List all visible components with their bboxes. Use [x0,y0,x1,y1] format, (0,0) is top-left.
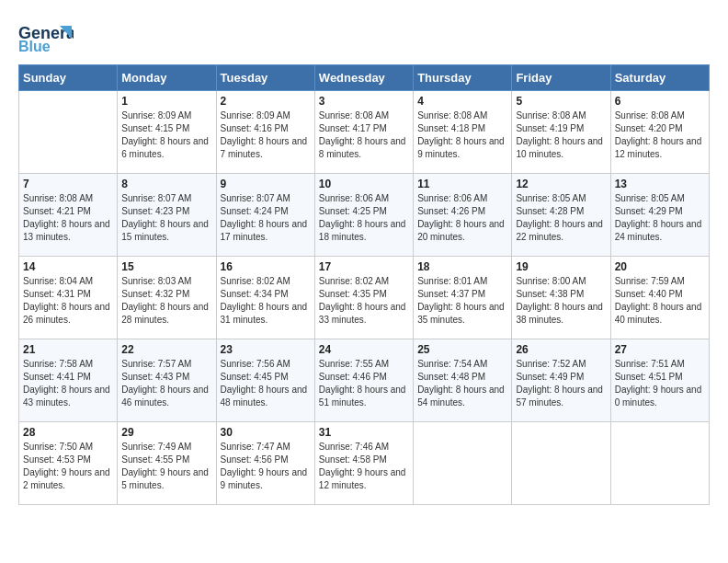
weekday-header-monday: Monday [118,65,216,91]
calendar-cell: 11Sunrise: 8:06 AMSunset: 4:26 PMDayligh… [414,174,512,257]
calendar-cell: 15Sunrise: 8:03 AMSunset: 4:32 PMDayligh… [118,257,216,339]
weekday-header-wednesday: Wednesday [314,65,413,91]
weekday-header-thursday: Thursday [414,65,512,91]
logo: General Blue [18,18,74,55]
day-number: 26 [516,343,606,356]
calendar-cell: 20Sunrise: 7:59 AMSunset: 4:40 PMDayligh… [610,257,709,339]
logo-icon: General Blue [18,18,74,55]
day-info: Sunrise: 7:57 AMSunset: 4:43 PMDaylight:… [121,358,211,409]
calendar-cell: 13Sunrise: 8:05 AMSunset: 4:29 PMDayligh… [610,174,709,257]
day-info: Sunrise: 8:07 AMSunset: 4:24 PMDaylight:… [221,192,311,244]
day-info: Sunrise: 8:02 AMSunset: 4:35 PMDaylight:… [319,275,409,327]
day-info: Sunrise: 8:08 AMSunset: 4:17 PMDaylight:… [319,109,409,161]
day-info: Sunrise: 7:51 AMSunset: 4:51 PMDaylight:… [615,358,705,409]
calendar-cell: 6Sunrise: 8:08 AMSunset: 4:20 PMDaylight… [610,91,709,174]
calendar-cell: 21Sunrise: 7:58 AMSunset: 4:41 PMDayligh… [19,339,118,422]
calendar-cell [512,422,610,505]
day-number: 10 [319,178,409,190]
page-header: General Blue [18,18,710,55]
calendar-cell: 24Sunrise: 7:55 AMSunset: 4:46 PMDayligh… [314,339,413,422]
day-info: Sunrise: 7:56 AMSunset: 4:45 PMDaylight:… [221,358,311,409]
week-row-4: 21Sunrise: 7:58 AMSunset: 4:41 PMDayligh… [19,339,710,422]
calendar-cell: 10Sunrise: 8:06 AMSunset: 4:25 PMDayligh… [314,174,413,257]
day-info: Sunrise: 8:08 AMSunset: 4:18 PMDaylight:… [417,109,507,161]
calendar-cell: 2Sunrise: 8:09 AMSunset: 4:16 PMDaylight… [216,91,314,174]
calendar-cell [610,422,709,505]
day-number: 4 [417,95,507,108]
day-number: 19 [516,260,606,273]
day-info: Sunrise: 8:08 AMSunset: 4:21 PMDaylight:… [23,192,113,244]
day-info: Sunrise: 7:46 AMSunset: 4:58 PMDaylight:… [319,441,409,492]
calendar-cell: 19Sunrise: 8:00 AMSunset: 4:38 PMDayligh… [512,257,610,339]
day-number: 29 [121,426,211,439]
day-info: Sunrise: 7:59 AMSunset: 4:40 PMDaylight:… [615,275,705,327]
day-info: Sunrise: 8:06 AMSunset: 4:26 PMDaylight:… [417,192,507,244]
day-number: 28 [23,426,113,439]
day-number: 22 [121,343,211,356]
calendar-cell: 7Sunrise: 8:08 AMSunset: 4:21 PMDaylight… [19,174,118,257]
day-info: Sunrise: 8:08 AMSunset: 4:20 PMDaylight:… [615,109,705,161]
calendar-cell: 9Sunrise: 8:07 AMSunset: 4:24 PMDaylight… [216,174,314,257]
day-number: 2 [221,95,311,108]
day-number: 31 [319,426,409,439]
day-number: 17 [319,260,409,273]
day-info: Sunrise: 8:09 AMSunset: 4:15 PMDaylight:… [121,109,211,161]
day-number: 23 [221,343,311,356]
calendar-cell: 25Sunrise: 7:54 AMSunset: 4:48 PMDayligh… [414,339,512,422]
calendar-cell [414,422,512,505]
week-row-1: 1Sunrise: 8:09 AMSunset: 4:15 PMDaylight… [19,91,710,174]
calendar-cell: 30Sunrise: 7:47 AMSunset: 4:56 PMDayligh… [216,422,314,505]
day-number: 16 [221,260,311,273]
week-row-2: 7Sunrise: 8:08 AMSunset: 4:21 PMDaylight… [19,174,710,257]
calendar-cell: 28Sunrise: 7:50 AMSunset: 4:53 PMDayligh… [19,422,118,505]
calendar-cell: 26Sunrise: 7:52 AMSunset: 4:49 PMDayligh… [512,339,610,422]
calendar-table: SundayMondayTuesdayWednesdayThursdayFrid… [18,64,710,505]
day-number: 14 [23,260,113,273]
day-info: Sunrise: 7:58 AMSunset: 4:41 PMDaylight:… [23,358,113,409]
day-number: 20 [615,260,705,273]
day-number: 15 [121,260,211,273]
calendar-cell: 31Sunrise: 7:46 AMSunset: 4:58 PMDayligh… [314,422,413,505]
day-info: Sunrise: 8:08 AMSunset: 4:19 PMDaylight:… [516,109,606,161]
day-info: Sunrise: 7:49 AMSunset: 4:55 PMDaylight:… [121,441,211,492]
day-number: 5 [516,95,606,108]
calendar-cell: 14Sunrise: 8:04 AMSunset: 4:31 PMDayligh… [19,257,118,339]
calendar-cell: 29Sunrise: 7:49 AMSunset: 4:55 PMDayligh… [118,422,216,505]
day-number: 9 [221,178,311,190]
day-number: 12 [516,178,606,190]
calendar-cell: 16Sunrise: 8:02 AMSunset: 4:34 PMDayligh… [216,257,314,339]
day-info: Sunrise: 8:05 AMSunset: 4:29 PMDaylight:… [615,192,705,244]
weekday-header-saturday: Saturday [610,65,709,91]
day-info: Sunrise: 8:09 AMSunset: 4:16 PMDaylight:… [221,109,311,161]
day-number: 24 [319,343,409,356]
day-number: 18 [417,260,507,273]
week-row-5: 28Sunrise: 7:50 AMSunset: 4:53 PMDayligh… [19,422,710,505]
calendar-cell: 3Sunrise: 8:08 AMSunset: 4:17 PMDaylight… [314,91,413,174]
day-number: 25 [417,343,507,356]
calendar-cell: 4Sunrise: 8:08 AMSunset: 4:18 PMDaylight… [414,91,512,174]
calendar-cell: 23Sunrise: 7:56 AMSunset: 4:45 PMDayligh… [216,339,314,422]
day-number: 8 [121,178,211,190]
day-number: 1 [121,95,211,108]
day-info: Sunrise: 8:00 AMSunset: 4:38 PMDaylight:… [516,275,606,327]
day-number: 30 [221,426,311,439]
day-number: 21 [23,343,113,356]
day-number: 13 [615,178,705,190]
calendar-cell: 1Sunrise: 8:09 AMSunset: 4:15 PMDaylight… [118,91,216,174]
day-info: Sunrise: 7:55 AMSunset: 4:46 PMDaylight:… [319,358,409,409]
day-info: Sunrise: 8:05 AMSunset: 4:28 PMDaylight:… [516,192,606,244]
week-row-3: 14Sunrise: 8:04 AMSunset: 4:31 PMDayligh… [19,257,710,339]
weekday-header-sunday: Sunday [19,65,118,91]
calendar-cell: 27Sunrise: 7:51 AMSunset: 4:51 PMDayligh… [610,339,709,422]
weekday-header-friday: Friday [512,65,610,91]
day-number: 27 [615,343,705,356]
svg-text:Blue: Blue [18,39,51,54]
weekday-header-row: SundayMondayTuesdayWednesdayThursdayFrid… [19,65,710,91]
day-info: Sunrise: 7:50 AMSunset: 4:53 PMDaylight:… [23,441,113,492]
calendar-cell [19,91,118,174]
day-info: Sunrise: 8:02 AMSunset: 4:34 PMDaylight:… [221,275,311,327]
calendar-cell: 5Sunrise: 8:08 AMSunset: 4:19 PMDaylight… [512,91,610,174]
day-number: 3 [319,95,409,108]
calendar-cell: 18Sunrise: 8:01 AMSunset: 4:37 PMDayligh… [414,257,512,339]
day-number: 6 [615,95,705,108]
